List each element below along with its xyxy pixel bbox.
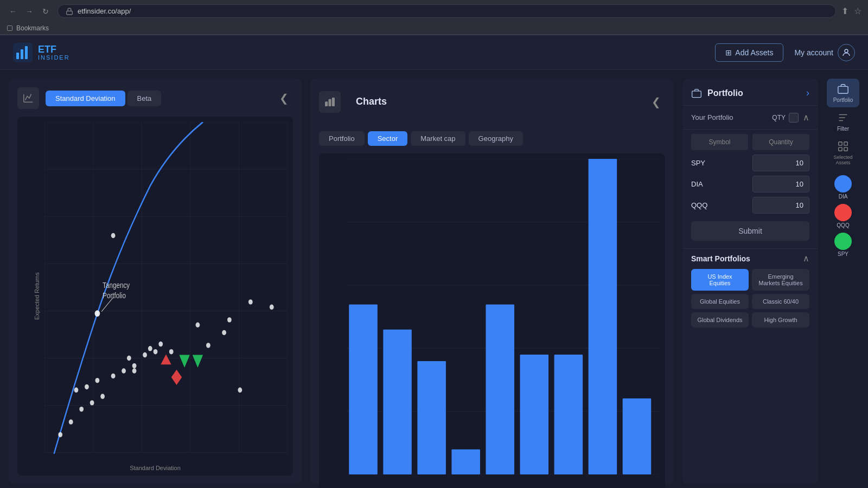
svg-marker-65 (161, 354, 171, 364)
tab-beta[interactable]: Beta (127, 91, 162, 106)
logo-icon (13, 43, 33, 62)
svg-point-58 (248, 299, 253, 304)
spy-dot (834, 233, 852, 250)
qty-toggle: QTY (772, 113, 799, 123)
sidebar-item-portfolio[interactable]: Portfolio (827, 79, 859, 107)
portfolio-panel: Portfolio › Your Portfolio QTY ∧ Symbol … (682, 79, 818, 484)
svg-text:Tangency: Tangency (103, 281, 130, 290)
tab-portfolio[interactable]: Portfolio (319, 131, 365, 146)
svg-point-49 (158, 342, 163, 346)
my-account-button[interactable]: My account (794, 44, 855, 61)
charts-collapse-button[interactable]: ❮ (647, 93, 665, 111)
address-bar[interactable]: etfinsider.co/app/ (58, 4, 836, 18)
svg-rect-1 (8, 26, 12, 31)
sp-btn-classic[interactable]: Classic 60/40 (752, 294, 809, 309)
qty-checkbox[interactable] (789, 113, 799, 123)
svg-rect-107 (839, 142, 842, 145)
scatter-collapse-button[interactable]: ❮ (275, 89, 293, 107)
your-portfolio-row: Your Portfolio QTY ∧ (682, 106, 818, 130)
quantity-spy-input[interactable] (752, 155, 809, 171)
portfolio-chevron-up[interactable]: ∧ (803, 112, 809, 123)
svg-point-41 (85, 384, 89, 389)
svg-point-38 (90, 400, 94, 405)
svg-rect-70 (329, 99, 331, 106)
qqq-dot (834, 204, 852, 221)
tab-sector[interactable]: Sector (368, 131, 408, 146)
svg-rect-92 (623, 399, 652, 474)
sidebar-selected-assets-label: SelectedAssets (833, 155, 852, 165)
sp-btn-us-index[interactable]: US IndexEquities (691, 269, 749, 291)
tab-market-cap[interactable]: Market cap (411, 131, 465, 146)
svg-point-60 (238, 388, 242, 393)
svg-point-39 (100, 394, 105, 399)
asset-dots: DIA QQQ SPY (827, 170, 859, 262)
smart-portfolios-grid: US IndexEquities EmergingMarkets Equitie… (691, 269, 809, 328)
browser-nav-buttons: ← → ↻ (7, 5, 52, 18)
symbol-spy: SPY (691, 159, 748, 167)
quantity-qqq-input[interactable] (752, 197, 809, 214)
quantity-dia-input[interactable] (752, 176, 809, 192)
svg-rect-87 (451, 450, 480, 474)
svg-point-37 (79, 407, 84, 412)
svg-rect-84 (349, 305, 378, 474)
share-icon[interactable]: ⬆ (841, 6, 848, 16)
plus-icon: ⊞ (725, 48, 732, 57)
svg-rect-109 (839, 147, 842, 151)
svg-text:Portfolio: Portfolio (103, 291, 126, 300)
sp-btn-emerging[interactable]: EmergingMarkets Equities (752, 269, 809, 291)
svg-rect-103 (838, 86, 848, 93)
portfolio-arrow-icon[interactable]: › (806, 87, 809, 99)
avatar (838, 44, 855, 61)
asset-dot-dia[interactable]: DIA (834, 175, 852, 200)
smart-portfolios-chevron[interactable]: ∧ (803, 253, 809, 264)
submit-button[interactable]: Submit (691, 221, 809, 241)
svg-rect-5 (25, 46, 28, 59)
portfolio-table-header: Symbol Quantity (682, 130, 818, 155)
tab-standard-deviation[interactable]: Standard Deviation (46, 91, 125, 106)
svg-rect-91 (589, 159, 617, 474)
asset-dot-spy[interactable]: SPY (834, 233, 852, 257)
svg-marker-67 (171, 370, 182, 385)
scatter-plot-area: Expected Returns (17, 117, 293, 476)
tab-geography[interactable]: Geography (469, 131, 523, 146)
charts-panel-title: Charts (347, 87, 395, 116)
bookmarks-bar: Bookmarks (0, 22, 868, 35)
svg-point-57 (111, 233, 116, 238)
sp-btn-high-growth[interactable]: High Growth (752, 312, 809, 328)
reload-button[interactable]: ↻ (39, 5, 52, 18)
svg-rect-86 (417, 361, 446, 474)
browser-chrome: ← → ↻ etfinsider.co/app/ ⬆ ☆ Bookmarks (0, 0, 868, 35)
header-right: ⊞ Add Assets My account (715, 43, 855, 62)
svg-point-53 (206, 343, 210, 348)
bookmark-icon[interactable]: ☆ (854, 6, 861, 16)
svg-point-56 (227, 317, 232, 322)
forward-button[interactable]: → (23, 5, 36, 18)
svg-point-43 (111, 374, 116, 378)
sp-btn-global-equities[interactable]: Global Equities (691, 294, 749, 309)
svg-point-36 (69, 419, 73, 424)
svg-point-45 (132, 363, 137, 368)
svg-marker-66 (179, 355, 189, 368)
scatter-panel-header: Standard Deviation Beta ❮ (17, 87, 293, 109)
svg-point-50 (154, 349, 158, 354)
chart-tabs: Portfolio Sector Market cap Geography (319, 131, 665, 146)
svg-rect-69 (326, 102, 328, 106)
sp-btn-global-dividends[interactable]: Global Dividends (691, 312, 749, 328)
y-axis-label: Expected Returns (34, 272, 40, 319)
svg-point-44 (122, 368, 126, 373)
svg-point-35 (58, 432, 62, 437)
quantity-column-header: Quantity (752, 134, 809, 150)
main-content: Standard Deviation Beta ❮ Expected Retur… (0, 70, 868, 488)
sidebar-item-selected-assets[interactable]: SelectedAssets (827, 136, 859, 170)
asset-dot-qqq[interactable]: QQQ (834, 204, 852, 228)
dia-dot (834, 175, 852, 192)
add-assets-button[interactable]: ⊞ Add Assets (715, 43, 783, 62)
svg-rect-110 (844, 147, 847, 151)
portfolio-rows: SPY DIA QQQ (682, 155, 818, 214)
portfolio-sidebar-icon (837, 83, 849, 95)
sidebar-item-filter[interactable]: Filter (827, 107, 859, 136)
smart-portfolios-section: Smart Portfolios ∧ US IndexEquities Emer… (682, 248, 818, 334)
sidebar-filter-label: Filter (837, 126, 849, 132)
filter-sidebar-icon (837, 112, 849, 124)
back-button[interactable]: ← (7, 5, 20, 18)
